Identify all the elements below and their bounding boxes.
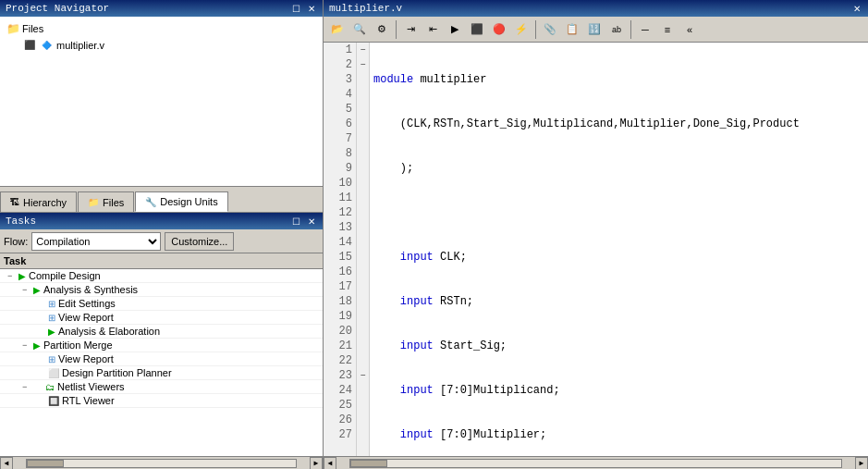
task-view-report-2[interactable]: ⊞ View Report [0,352,323,366]
task-label: Netlist Viewers [57,381,125,392]
fold-7 [357,131,369,146]
horizontal-scrollbar[interactable]: ◀ ▶ [0,456,323,469]
tab-bar: 🏗 Hierarchy 📁 Files 🔧 Design Units [0,186,323,212]
tab-hierarchy-label: Hierarchy [23,197,67,208]
line-numbers: 1 2 3 4 5 6 7 8 9 10 11 12 13 14 15 16 1 [324,43,357,456]
toolbar-btn-1[interactable]: 📂 [327,19,348,40]
left-panel: Project Navigator ☐ ✕ 📁 Files ⬛ 🔷 multip… [0,0,324,469]
code-content[interactable]: module multiplier (CLK,RSTn,Start_Sig,Mu… [370,43,868,456]
ln-20: 20 [324,324,356,339]
task-analysis-elaboration[interactable]: ▶ Analysis & Elaboration [0,325,323,339]
fold-15 [357,250,369,265]
fold-13 [357,220,369,235]
ln-25: 25 [324,398,356,413]
expand-icon [37,396,48,405]
scroll-track[interactable] [26,459,297,468]
tasks-float-button[interactable]: ☐ [290,216,302,227]
scroll-thumb[interactable] [27,460,64,467]
task-rtl-viewer[interactable]: 🔲 RTL Viewer [0,394,323,408]
fold-18 [357,294,369,309]
tree-item-files[interactable]: 📁 Files [4,20,319,37]
toolbar-btn-2[interactable]: ⚙ [372,19,392,40]
task-label: Analysis & Synthesis [43,284,138,295]
tasks-toolbar: Flow: Compilation Customize... [0,229,323,253]
toolbar-btn-indent[interactable]: ⇥ [400,19,421,40]
fold-indicators: − − [357,43,370,456]
bottom-scrollbar[interactable]: ◀ ▶ [324,456,868,469]
scroll-right[interactable]: ▶ [310,457,323,470]
part-icon: ⬜ [48,368,59,378]
ln-21: 21 [324,339,356,353]
ln-26: 26 [324,413,356,427]
fold-8 [357,146,369,161]
task-partition-merge[interactable]: − ▶ Partition Merge [0,339,323,352]
fold-2[interactable]: − [357,57,369,72]
scroll-left-btn[interactable]: ◀ [324,457,336,470]
ln-13: 13 [324,220,356,235]
tab-hierarchy[interactable]: 🏗 Hierarchy [0,191,77,212]
toolbar-btn-ab[interactable]: ab [606,19,627,40]
toolbar-btn-find[interactable]: 🔍 [349,19,370,40]
code-line-1: module multiplier [373,72,864,87]
h-scroll-thumb[interactable] [350,460,387,467]
task-view-report-1[interactable]: ⊞ View Report [0,311,323,325]
editor-close-button[interactable]: ✕ [851,4,862,14]
toolbar-btn-10[interactable]: ─ [635,19,655,40]
fold-19 [357,309,369,324]
fold-11 [357,191,369,205]
h-scroll-track[interactable] [349,459,842,468]
toolbar-btn-9[interactable]: 🔢 [584,19,605,40]
task-label: RTL Viewer [62,395,115,406]
ln-11: 11 [324,191,356,205]
scroll-left[interactable]: ◀ [0,457,13,470]
tab-design-units-label: Design Units [160,196,217,207]
fold-10 [357,176,369,191]
task-compile-design[interactable]: − ▶ Compile Design [0,269,323,283]
customize-button[interactable]: Customize... [165,232,234,251]
fold-4 [357,87,369,102]
float-button[interactable]: ☐ [290,4,302,14]
toolbar-btn-4[interactable]: ⬛ [467,19,487,40]
ln-12: 12 [324,205,356,220]
code-editor: multiplier.v ✕ 📂 🔍 ⚙ ⇥ ⇤ ▶ ⬛ 🔴 ⚡ 📎 📋 🔢 a… [324,0,868,469]
fold-1[interactable]: − [357,43,369,57]
toolbar-btn-12[interactable]: « [679,19,700,40]
toolbar-btn-11[interactable]: ≡ [657,19,678,40]
fold-23[interactable]: − [357,368,369,383]
fold-17 [357,279,369,294]
expand-icon [37,299,48,308]
toolbar-btn-outdent[interactable]: ⇤ [422,19,443,40]
fold-24 [357,383,369,398]
tab-design-units[interactable]: 🔧 Design Units [135,191,227,212]
tasks-column-header: Task [0,253,323,269]
toolbar-btn-5[interactable]: 🔴 [489,19,509,40]
close-button[interactable]: ✕ [306,4,317,14]
ln-10: 10 [324,176,356,191]
tab-files[interactable]: 📁 Files [78,191,134,212]
fold-3 [357,72,369,87]
task-analysis-synthesis[interactable]: − ▶ Analysis & Synthesis [0,283,323,297]
task-design-partition-planner[interactable]: ⬜ Design Partition Planner [0,366,323,380]
tree-item-multiplier[interactable]: ⬛ 🔷 multiplier.v [4,37,319,54]
toolbar-btn-8[interactable]: 📋 [562,19,582,40]
grid-icon: ⊞ [48,313,55,323]
toolbar-btn-7[interactable]: 📎 [540,19,560,40]
fold-12 [357,205,369,220]
ln-19: 19 [324,309,356,324]
tasks-tree: Task − ▶ Compile Design − ▶ Analysis & S… [0,253,323,456]
task-netlist-viewers[interactable]: − 🗂 Netlist Viewers [0,380,323,394]
tasks-close-button[interactable]: ✕ [306,216,317,227]
toolbar-btn-3[interactable]: ▶ [445,19,465,40]
flow-select[interactable]: Compilation [31,232,161,251]
toolbar-btn-6[interactable]: ⚡ [511,19,532,40]
project-navigator: Project Navigator ☐ ✕ 📁 Files ⬛ 🔷 multip… [0,0,323,213]
ln-6: 6 [324,117,356,131]
expand-icon: − [7,271,18,280]
task-label: Partition Merge [43,339,113,351]
ln-9: 9 [324,161,356,176]
scroll-right-btn[interactable]: ▶ [855,457,868,470]
file-icon: ⬛ [22,38,37,53]
task-edit-settings[interactable]: ⊞ Edit Settings [0,297,323,311]
ln-7: 7 [324,131,356,146]
code-area: 1 2 3 4 5 6 7 8 9 10 11 12 13 14 15 16 1 [324,43,868,456]
